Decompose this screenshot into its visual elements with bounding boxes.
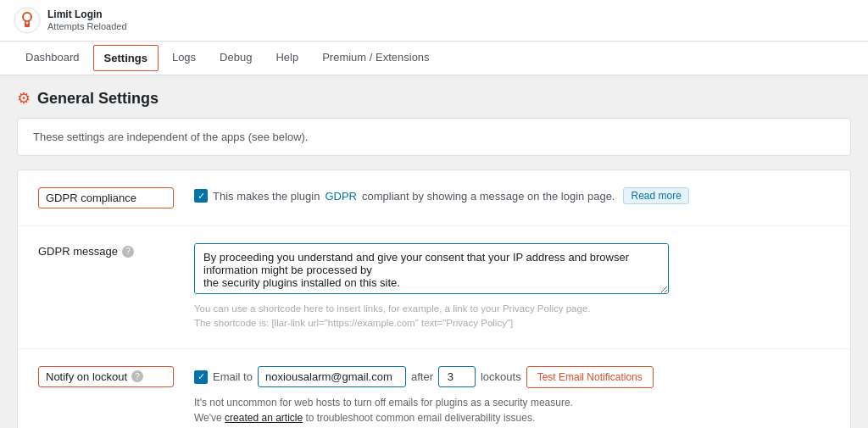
page-title-row: ⚙ General Settings: [17, 89, 851, 108]
created-article-link[interactable]: created an article: [225, 412, 303, 424]
email-label: Email to: [213, 370, 253, 383]
gdpr-compliance-checkbox-line: ✓ This makes the plugin GDPR compliant b…: [194, 187, 830, 204]
nav-premium[interactable]: Premium / Extensions: [310, 42, 441, 74]
gdpr-description-post: compliant by showing a message on the lo…: [362, 190, 615, 203]
gdpr-compliance-checkbox[interactable]: ✓: [194, 189, 208, 203]
plugin-name-block: Limit Login Attempts Reloaded: [47, 8, 127, 32]
plugin-name-line1: Limit Login: [47, 8, 127, 20]
nav-debug[interactable]: Debug: [208, 42, 264, 74]
helper-line1: You can use a shortcode here to insert l…: [194, 302, 830, 316]
info-box: These settings are independent of the ap…: [17, 118, 851, 156]
checkmark-icon: ✓: [198, 192, 205, 201]
notify-lockout-content: ✓ Email to after lockouts Test Email Not…: [194, 366, 830, 425]
note-post: to troubleshoot common email deliverabil…: [303, 412, 535, 424]
gdpr-description-pre: This makes the plugin: [213, 190, 320, 203]
gdpr-message-content: By proceeding you understand and give yo…: [194, 243, 830, 331]
gdpr-message-row: GDPR message ? By proceeding you underst…: [18, 226, 850, 349]
email-input[interactable]: [258, 366, 406, 387]
notify-lockout-label: Notify on lockout ?: [38, 366, 174, 387]
gear-icon: ⚙: [17, 89, 31, 108]
notify-lockout-row: Notify on lockout ? ✓ Email to after loc…: [18, 349, 850, 429]
nav-logs[interactable]: Logs: [160, 42, 208, 74]
gdpr-message-help-icon[interactable]: ?: [122, 246, 134, 258]
nav-help[interactable]: Help: [264, 42, 310, 74]
plugin-logo: [14, 7, 41, 34]
settings-card: GDPR compliance ✓ This makes the plugin …: [17, 170, 851, 428]
read-more-link[interactable]: Read more: [623, 187, 688, 204]
helper-line2: The shortcode is: [llar-link url="https:…: [194, 316, 830, 331]
svg-point-3: [26, 22, 29, 25]
nav-bar: Dashboard Settings Logs Debug Help Premi…: [0, 42, 868, 75]
test-email-button[interactable]: Test Email Notifications: [526, 366, 654, 388]
gdpr-compliance-row: GDPR compliance ✓ This makes the plugin …: [18, 170, 850, 226]
gdpr-message-label: GDPR message ?: [38, 243, 174, 258]
after-label: after: [411, 370, 433, 383]
plugin-name-line2: Attempts Reloaded: [47, 21, 127, 32]
notify-note-line2: We've created an article to troubleshoot…: [194, 410, 830, 425]
lockout-count-input[interactable]: [438, 366, 476, 387]
plugin-header: Limit Login Attempts Reloaded: [0, 0, 868, 42]
gdpr-compliance-label: GDPR compliance: [38, 187, 174, 208]
page-title: General Settings: [37, 90, 159, 108]
notify-note: It's not uncommon for web hosts to turn …: [194, 395, 830, 425]
gdpr-message-textarea[interactable]: By proceeding you understand and give yo…: [194, 243, 669, 294]
gdpr-message-helper: You can use a shortcode here to insert l…: [194, 302, 830, 331]
info-box-text: These settings are independent of the ap…: [33, 131, 309, 143]
nav-settings[interactable]: Settings: [93, 45, 159, 71]
notify-note-line1: It's not uncommon for web hosts to turn …: [194, 395, 830, 410]
lockouts-label: lockouts: [481, 370, 521, 383]
notify-inline-row: ✓ Email to after lockouts Test Email Not…: [194, 366, 830, 388]
notify-checkmark-icon: ✓: [198, 372, 205, 381]
gdpr-compliance-content: ✓ This makes the plugin GDPR compliant b…: [194, 187, 830, 204]
nav-dashboard[interactable]: Dashboard: [14, 42, 92, 74]
notify-lockout-help-icon[interactable]: ?: [131, 370, 143, 382]
note-pre: We've: [194, 412, 225, 424]
notify-lockout-checkbox[interactable]: ✓: [194, 370, 208, 384]
gdpr-link[interactable]: GDPR: [325, 190, 357, 203]
main-content: ⚙ General Settings These settings are in…: [0, 75, 868, 428]
